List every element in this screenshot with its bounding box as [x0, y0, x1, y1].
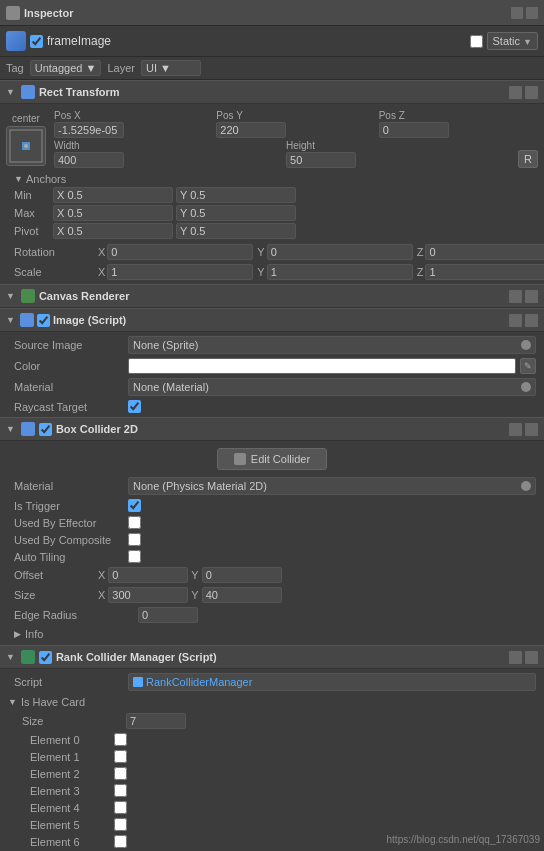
rect-transform-content: center Pos X Pos Y	[0, 104, 544, 284]
size-y-input[interactable]	[202, 587, 282, 603]
object-header: frameImage Static ▼	[0, 26, 544, 57]
collider-material-picker[interactable]: None (Physics Material 2D)	[128, 477, 536, 495]
element-label-1: Element 1	[30, 751, 110, 763]
collider-material-label: Material	[14, 480, 124, 492]
rot-x-input[interactable]	[107, 244, 253, 260]
scale-x-cell: X	[98, 264, 253, 280]
tag-dropdown[interactable]: Untagged ▼	[30, 60, 102, 76]
anchor-max-y-input[interactable]	[176, 205, 296, 221]
title-bar-actions	[511, 7, 538, 19]
used-by-effector-checkbox[interactable]	[128, 516, 141, 529]
height-input[interactable]	[286, 152, 356, 168]
pivot-x-input[interactable]	[53, 223, 173, 239]
canvas-renderer-menu-icon[interactable]	[525, 290, 538, 303]
element-checkbox-1[interactable]	[114, 750, 127, 763]
width-input[interactable]	[54, 152, 124, 168]
canvas-renderer-header[interactable]: ▼ Canvas Renderer	[0, 284, 544, 308]
info-label: Info	[25, 628, 43, 640]
size-label: Size	[14, 589, 94, 601]
image-script-header[interactable]: ▼ Image (Script)	[0, 308, 544, 332]
anchor-min-y-input[interactable]	[176, 187, 296, 203]
menu-icon[interactable]	[526, 7, 538, 19]
element-checkbox-4[interactable]	[114, 801, 127, 814]
element-checkbox-3[interactable]	[114, 784, 127, 797]
raycast-target-row: Raycast Target	[0, 398, 544, 415]
object-active-checkbox[interactable]	[30, 35, 43, 48]
pos-z-label: Pos Z	[379, 110, 538, 121]
element-checkbox-0[interactable]	[114, 733, 127, 746]
r-button[interactable]: R	[518, 150, 538, 168]
pos-x-input[interactable]	[54, 122, 124, 138]
pos-z-input[interactable]	[379, 122, 449, 138]
anchor-max-label: Max	[14, 207, 49, 219]
size-x-input[interactable]	[108, 587, 188, 603]
box-collider-triangle: ▼	[6, 424, 15, 434]
element-checkbox-6[interactable]	[114, 835, 127, 848]
element-checkbox-2[interactable]	[114, 767, 127, 780]
element-label-4: Element 4	[30, 802, 110, 814]
rotation-row: Rotation X Y Z	[0, 242, 544, 262]
rank-collider-icon	[21, 650, 35, 664]
is-trigger-checkbox[interactable]	[128, 499, 141, 512]
image-script-menu-icon[interactable]	[525, 314, 538, 327]
box-collider-settings-icon[interactable]	[509, 423, 522, 436]
rank-collider-settings-icon[interactable]	[509, 651, 522, 664]
height-label: Height	[286, 140, 515, 151]
rot-y-input[interactable]	[267, 244, 413, 260]
anchor-min-x-input[interactable]	[53, 187, 173, 203]
element-label-5: Element 5	[30, 819, 110, 831]
element-checkbox-5[interactable]	[114, 818, 127, 831]
scale-z-input[interactable]	[425, 264, 544, 280]
offset-y-input[interactable]	[202, 567, 282, 583]
rank-collider-actions	[509, 651, 538, 664]
rect-transform-header[interactable]: ▼ Rect Transform	[0, 80, 544, 104]
box-collider-checkbox[interactable]	[39, 423, 52, 436]
color-swatch[interactable]	[128, 358, 516, 374]
image-script-checkbox[interactable]	[37, 314, 50, 327]
rank-collider-checkbox[interactable]	[39, 651, 52, 664]
pos-xyz-row: Pos X Pos Y Pos Z	[54, 110, 538, 138]
rot-y-label: Y	[257, 246, 264, 258]
offset-x-input[interactable]	[108, 567, 188, 583]
canvas-renderer-triangle: ▼	[6, 291, 15, 301]
box-collider-header[interactable]: ▼ Box Collider 2D	[0, 417, 544, 441]
pos-y-input[interactable]	[216, 122, 286, 138]
box-collider-menu-icon[interactable]	[525, 423, 538, 436]
source-image-picker[interactable]: None (Sprite)	[128, 336, 536, 354]
used-by-composite-checkbox[interactable]	[128, 533, 141, 546]
rect-transform-triangle: ▼	[6, 87, 15, 97]
rot-z-input[interactable]	[425, 244, 544, 260]
raycast-target-checkbox[interactable]	[128, 400, 141, 413]
auto-tiling-label: Auto Tiling	[14, 551, 124, 563]
element-row-6: Element 6	[0, 833, 544, 850]
rank-collider-menu-icon[interactable]	[525, 651, 538, 664]
anchor-max-x-input[interactable]	[53, 205, 173, 221]
auto-tiling-checkbox[interactable]	[128, 550, 141, 563]
rect-transform-menu-icon[interactable]	[525, 86, 538, 99]
rank-collider-header[interactable]: ▼ Rank Collider Manager (Script)	[0, 645, 544, 669]
anchors-label: Anchors	[26, 173, 66, 185]
center-icon[interactable]	[6, 126, 46, 166]
image-script-content: Source Image None (Sprite) Color ✎ Mater…	[0, 332, 544, 417]
is-have-card-size-input[interactable]	[126, 713, 186, 729]
material-picker[interactable]: None (Material)	[128, 378, 536, 396]
static-checkbox[interactable]	[470, 35, 483, 48]
edit-collider-button[interactable]: Edit Collider	[217, 448, 327, 470]
layer-dropdown[interactable]: UI ▼	[141, 60, 201, 76]
element-row-5: Element 5	[0, 816, 544, 833]
rect-transform-settings-icon[interactable]	[509, 86, 522, 99]
pivot-y-input[interactable]	[176, 223, 296, 239]
layer-label: Layer	[107, 62, 135, 74]
scale-x-input[interactable]	[107, 264, 253, 280]
image-script-actions	[509, 314, 538, 327]
edge-radius-input[interactable]	[138, 607, 198, 623]
lock-icon[interactable]	[511, 7, 523, 19]
offset-y-label: Y	[191, 569, 198, 581]
scale-y-input[interactable]	[267, 264, 413, 280]
canvas-renderer-settings-icon[interactable]	[509, 290, 522, 303]
title-bar: Inspector	[0, 0, 544, 26]
color-edit-icon[interactable]: ✎	[520, 358, 536, 374]
image-script-settings-icon[interactable]	[509, 314, 522, 327]
script-ref[interactable]: RankColliderManager	[128, 673, 536, 691]
script-ref-icon	[133, 677, 143, 687]
